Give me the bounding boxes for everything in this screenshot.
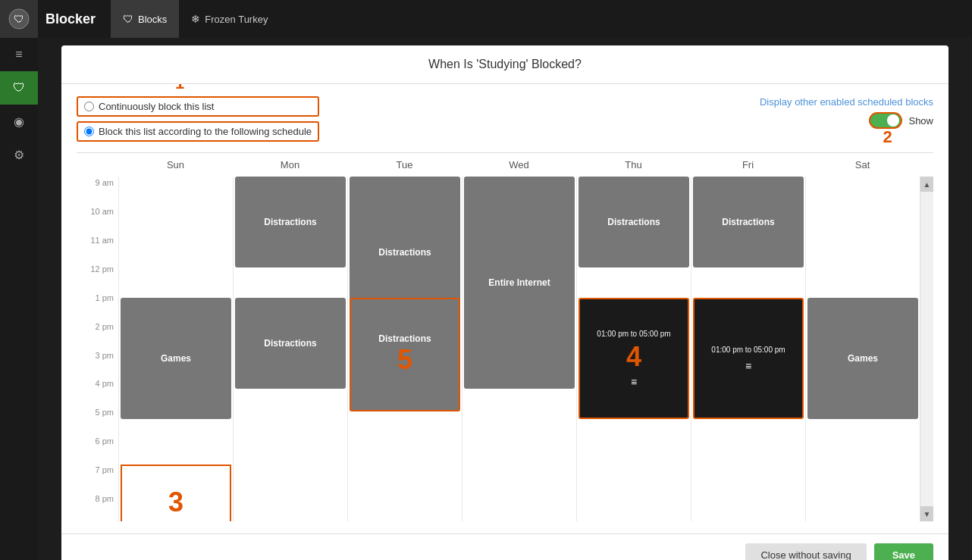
app-logo: 🛡 xyxy=(0,0,38,38)
day-col-fri: Distractions 01:00 pm to 05:00 pm ≡ xyxy=(691,177,805,521)
day-header-thu: Thu xyxy=(576,153,691,177)
show-blocks-toggle[interactable] xyxy=(869,112,902,129)
time-4pm: 4 pm xyxy=(77,377,118,406)
day-col-thu: Distractions 01:00 pm to 05:00 pm 4 ≡ xyxy=(576,177,691,521)
annotation-3-box: 3 xyxy=(121,465,231,521)
time-11am: 11 am xyxy=(77,234,118,263)
topbar: Blocker 🛡 Blocks ❄ Frozen Turkey xyxy=(38,0,972,38)
mon-afternoon-event[interactable]: Distractions xyxy=(235,298,346,389)
day-header-fri: Fri xyxy=(691,153,805,177)
day-header-tue: Tue xyxy=(347,153,462,177)
app-title: Blocker xyxy=(45,11,96,27)
sidebar-menu-icon[interactable]: ≡ xyxy=(0,38,38,71)
day-header-wed: Wed xyxy=(462,153,576,177)
scroll-up-arrow[interactable]: ▲ xyxy=(920,177,933,192)
tue-afternoon-event[interactable]: Distractions 5 xyxy=(350,298,460,411)
fri-dots: ≡ xyxy=(745,360,751,372)
sidebar-circle-icon[interactable]: ◉ xyxy=(0,105,38,138)
sidebar-gear-icon[interactable]: ⚙ xyxy=(0,138,38,171)
tue-morning-label: Distractions xyxy=(378,247,431,258)
calendar: Sun Mon Tue Wed Thu Fri Sat xyxy=(77,152,933,521)
modal-footer: Close without saving Save xyxy=(61,533,948,560)
calendar-grid: 9 am 10 am 11 am 12 pm 1 pm 2 pm 3 pm 4 … xyxy=(77,177,933,521)
thu-afternoon-time: 01:00 pm to 05:00 pm xyxy=(597,330,670,338)
scroll-down-arrow[interactable]: ▼ xyxy=(920,506,933,521)
time-12pm: 12 pm xyxy=(77,263,118,292)
sidebar-shield-icon[interactable]: 🛡 xyxy=(0,71,38,105)
annotation-5: 5 xyxy=(397,344,412,376)
show-label: Show xyxy=(908,115,933,127)
annotation-2: 2 xyxy=(883,127,892,147)
day-header-sat: Sat xyxy=(805,153,920,177)
close-without-saving-button[interactable]: Close without saving xyxy=(745,543,866,560)
fri-morning-label: Distractions xyxy=(722,217,774,227)
toggle-row: Show 2 xyxy=(869,112,933,129)
scroll-header-spacer xyxy=(920,153,933,177)
day-col-sun: Games 3 xyxy=(118,177,233,521)
continuously-block-radio[interactable] xyxy=(84,102,94,111)
time-9am: 9 am xyxy=(77,177,118,205)
time-10am: 10 am xyxy=(77,205,118,234)
mon-afternoon-label: Distractions xyxy=(264,338,316,349)
continuously-block-label: Continuously block this list xyxy=(99,101,214,112)
thu-morning-event[interactable]: Distractions xyxy=(578,177,689,267)
mon-morning-event[interactable]: Distractions xyxy=(235,177,346,267)
time-6pm: 6 pm xyxy=(77,435,118,464)
time-7pm: 7 pm xyxy=(77,464,118,493)
annotation-3: 3 xyxy=(168,486,183,518)
time-col-header xyxy=(77,153,118,177)
fri-afternoon-event[interactable]: 01:00 pm to 05:00 pm ≡ xyxy=(693,298,804,419)
sun-games-label: Games xyxy=(161,353,191,364)
tue-afternoon-label: Distractions xyxy=(378,333,431,344)
main-area: Blocker 🛡 Blocks ❄ Frozen Turkey When Is… xyxy=(38,0,972,560)
calendar-header: Sun Mon Tue Wed Thu Fri Sat xyxy=(77,153,933,177)
schedule-block-label: Block this list according to the followi… xyxy=(99,126,312,137)
time-5pm: 5 pm xyxy=(77,406,118,435)
schedule-block-option[interactable]: Block this list according to the followi… xyxy=(77,121,319,142)
time-labels: 9 am 10 am 11 am 12 pm 1 pm 2 pm 3 pm 4 … xyxy=(77,177,118,521)
time-2pm: 2 pm xyxy=(77,321,118,349)
tab-frozen-turkey[interactable]: ❄ Frozen Turkey xyxy=(179,0,280,38)
modal-body: 1 Continuously block this list Block thi… xyxy=(61,84,948,533)
wed-morning-label: Entire Internet xyxy=(488,277,550,288)
right-options: Display other enabled scheduled blocks S… xyxy=(760,96,933,129)
modal: When Is 'Studying' Blocked? 1 Continuous… xyxy=(61,45,948,560)
time-3pm: 3 pm xyxy=(77,349,118,378)
modal-overlay: When Is 'Studying' Blocked? 1 Continuous… xyxy=(38,38,972,560)
time-1pm: 1 pm xyxy=(77,292,118,321)
day-header-sun: Sun xyxy=(118,153,233,177)
fri-afternoon-time: 01:00 pm to 05:00 pm xyxy=(711,346,785,354)
fri-morning-event[interactable]: Distractions xyxy=(693,177,804,267)
blocks-tab-icon: 🛡 xyxy=(123,13,133,25)
mon-morning-label: Distractions xyxy=(264,217,316,227)
tab-blocks[interactable]: 🛡 Blocks xyxy=(111,0,179,38)
frozen-turkey-tab-label: Frozen Turkey xyxy=(205,14,268,25)
blocks-tab-label: Blocks xyxy=(138,14,167,25)
days-grid: Games 3 xyxy=(118,177,920,521)
day-col-sat: Games xyxy=(805,177,920,521)
sidebar: 🛡 ≡ 🛡 ◉ ⚙ xyxy=(0,0,38,560)
calendar-scroll: 9 am 10 am 11 am 12 pm 1 pm 2 pm 3 pm 4 … xyxy=(77,177,933,521)
annotation-1: 1 xyxy=(175,84,184,93)
day-col-mon: Distractions Distractions xyxy=(233,177,347,521)
scroll-arrows: ▲ ▼ xyxy=(920,177,933,521)
display-other-blocks-text: Display other enabled scheduled blocks xyxy=(760,96,933,108)
day-header-mon: Mon xyxy=(233,153,347,177)
thu-dots: ≡ xyxy=(631,376,637,388)
schedule-block-radio[interactable] xyxy=(84,127,94,136)
save-button[interactable]: Save xyxy=(874,543,933,560)
day-col-wed: Entire Internet xyxy=(462,177,576,521)
sat-games-event[interactable]: Games xyxy=(807,298,918,419)
sun-games-event[interactable]: Games xyxy=(121,298,231,419)
wed-morning-event[interactable]: Entire Internet xyxy=(464,177,575,389)
radio-group: Continuously block this list Block this … xyxy=(77,96,319,142)
scroll-track xyxy=(920,192,933,506)
time-8pm: 8 pm xyxy=(77,493,118,521)
options-row: 1 Continuously block this list Block thi… xyxy=(77,96,933,142)
frozen-turkey-tab-icon: ❄ xyxy=(191,13,200,25)
day-col-tue: Distractions Distractions 5 xyxy=(347,177,462,521)
sat-games-label: Games xyxy=(848,353,878,364)
continuously-block-option[interactable]: Continuously block this list xyxy=(77,96,319,117)
thu-morning-label: Distractions xyxy=(607,217,660,227)
thu-afternoon-event[interactable]: 01:00 pm to 05:00 pm 4 ≡ xyxy=(578,298,689,419)
